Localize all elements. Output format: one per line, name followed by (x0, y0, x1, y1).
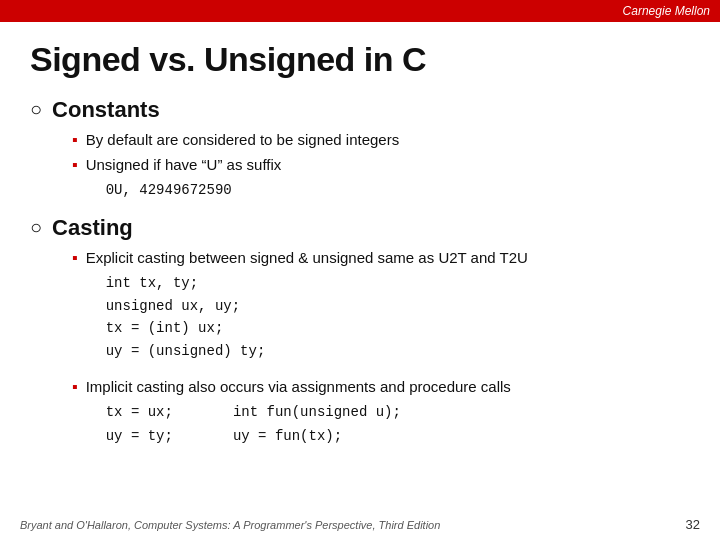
casting-implicit-right: int fun(unsigned u); uy = fun(tx); (233, 401, 401, 449)
casting-code-line-1: int tx, ty; (106, 272, 528, 294)
casting-sub-marker-2: ▪ (72, 378, 78, 396)
constants-sub-text-1: By default are considered to be signed i… (86, 129, 400, 150)
casting-sub-bullets: ▪ Explicit casting between signed & unsi… (72, 247, 690, 448)
casting-code-line-4: uy = (unsigned) ty; (106, 340, 528, 362)
casting-sub-text-2: Implicit casting also occurs via assignm… (86, 378, 511, 395)
casting-left-line-2: uy = ty; (106, 425, 173, 449)
casting-right-line-2: uy = fun(tx); (233, 425, 401, 449)
casting-section: ○ Casting ▪ Explicit casting between sig… (30, 215, 690, 448)
constants-sub-bullet-1: ▪ By default are considered to be signed… (72, 129, 690, 150)
casting-sub-content-1: Explicit casting between signed & unsign… (86, 247, 528, 362)
constants-code: 0U, 42949672590 (106, 179, 282, 201)
constants-sub-marker-1: ▪ (72, 131, 78, 149)
constants-sub-bullet-2: ▪ Unsigned if have “U” as suffix 0U, 429… (72, 154, 690, 201)
casting-implicit-left: tx = ux; uy = ty; (106, 401, 173, 449)
casting-explicit-code: int tx, ty; unsigned ux, uy; tx = (int) … (106, 272, 528, 362)
constants-sub-content-2: Unsigned if have “U” as suffix 0U, 42949… (86, 154, 282, 201)
casting-sub-content-2: Implicit casting also occurs via assignm… (86, 376, 511, 449)
constants-sub-bullets: ▪ By default are considered to be signed… (72, 129, 690, 201)
main-content: Signed vs. Unsigned in C ○ Constants ▪ B… (0, 22, 720, 473)
casting-code-line-2: unsigned ux, uy; (106, 295, 528, 317)
casting-heading: Casting (52, 215, 133, 241)
constants-sub-marker-2: ▪ (72, 156, 78, 174)
casting-bullet-circle: ○ (30, 216, 42, 239)
constants-sub-text-2: Unsigned if have “U” as suffix (86, 156, 282, 173)
casting-code-line-3: tx = (int) ux; (106, 317, 528, 339)
constants-bullet-circle: ○ (30, 98, 42, 121)
footer-page: 32 (686, 517, 700, 532)
casting-right-line-1: int fun(unsigned u); (233, 401, 401, 425)
constants-code-text: 0U, 42949672590 (106, 182, 232, 198)
constants-section: ○ Constants ▪ By default are considered … (30, 97, 690, 201)
casting-implicit-code: tx = ux; uy = ty; int fun(unsigned u); u… (106, 401, 511, 449)
casting-sub-text-1: Explicit casting between signed & unsign… (86, 249, 528, 266)
casting-sub-marker-1: ▪ (72, 249, 78, 267)
constants-heading: Constants (52, 97, 160, 123)
casting-main-bullet: ○ Casting (30, 215, 690, 241)
casting-left-line-1: tx = ux; (106, 401, 173, 425)
top-bar: Carnegie Mellon (0, 0, 720, 22)
footer-citation: Bryant and O'Hallaron, Computer Systems:… (20, 519, 440, 531)
top-bar-title: Carnegie Mellon (623, 4, 710, 18)
slide-title: Signed vs. Unsigned in C (30, 40, 690, 79)
constants-main-bullet: ○ Constants (30, 97, 690, 123)
footer: Bryant and O'Hallaron, Computer Systems:… (0, 517, 720, 532)
casting-sub-bullet-2: ▪ Implicit casting also occurs via assig… (72, 376, 690, 449)
casting-sub-bullet-1: ▪ Explicit casting between signed & unsi… (72, 247, 690, 362)
